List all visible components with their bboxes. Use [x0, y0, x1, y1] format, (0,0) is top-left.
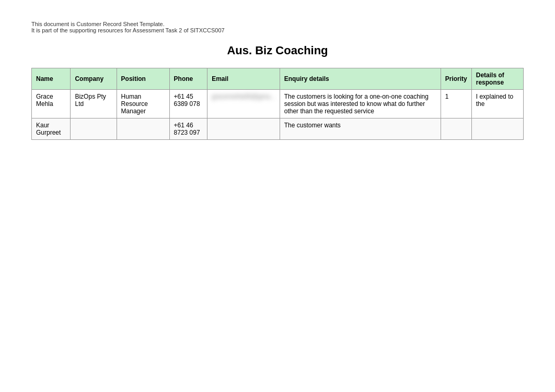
header-line1: This document is Customer Record Sheet T… — [31, 21, 524, 27]
col-position: Position — [117, 68, 169, 90]
table-row: Grace MehlaBizOps Pty LtdHuman Resource … — [32, 90, 524, 118]
col-response: Details of response — [471, 68, 523, 90]
table-cell — [441, 118, 471, 140]
table-cell: +61 46 8723 097 — [169, 118, 207, 140]
col-email: Email — [207, 68, 280, 90]
col-company: Company — [71, 68, 117, 90]
table-cell — [117, 118, 169, 140]
col-enquiry: Enquiry details — [280, 68, 441, 90]
table-cell: 1 — [441, 90, 471, 118]
col-phone: Phone — [169, 68, 207, 90]
table-header-row: Name Company Position Phone Email Enquir… — [32, 68, 524, 90]
table-cell: The customers is looking for a one-on-on… — [280, 90, 441, 118]
table-row: Kaur Gurpreet +61 46 8723 097 The custom… — [32, 118, 524, 140]
table-cell: The customer wants — [280, 118, 441, 140]
header-info: This document is Customer Record Sheet T… — [31, 21, 524, 33]
col-name: Name — [32, 68, 71, 90]
table-cell: +61 45 6389 078 — [169, 90, 207, 118]
header-line2: It is part of the supporting resources f… — [31, 27, 524, 33]
col-priority: Priority — [441, 68, 471, 90]
table-cell — [71, 118, 117, 140]
table-cell: Human Resource Manager — [117, 90, 169, 118]
page-title: Aus. Biz Coaching — [31, 44, 524, 57]
table-cell: Kaur Gurpreet — [32, 118, 71, 140]
table-cell — [471, 118, 523, 140]
table-cell: I explained to the — [471, 90, 523, 118]
table-cell: Grace Mehla — [32, 90, 71, 118]
table-cell: BizOps Pty Ltd — [71, 90, 117, 118]
table-cell — [207, 118, 280, 140]
table-cell: gracemehla56@gma... — [207, 90, 280, 118]
customer-record-table: Name Company Position Phone Email Enquir… — [31, 68, 524, 140]
